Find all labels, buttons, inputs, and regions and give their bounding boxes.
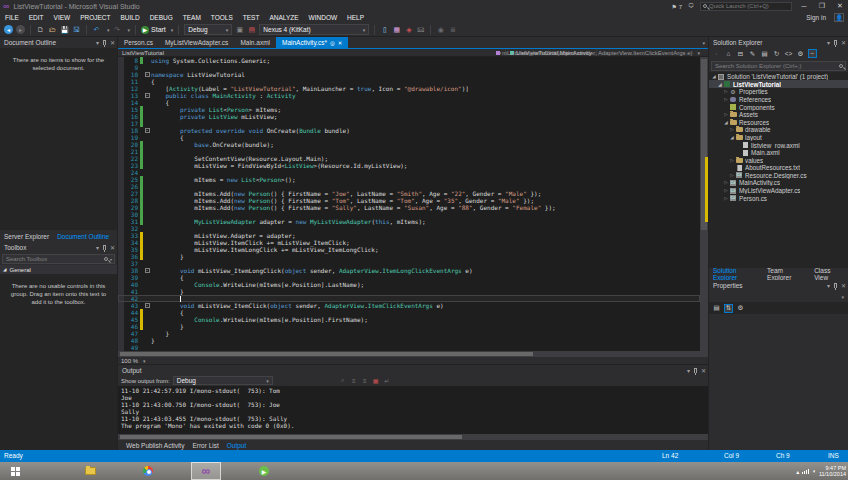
pin-icon[interactable] (834, 283, 837, 288)
save-icon[interactable]: 💾 (60, 25, 69, 34)
bottom-tab-error-list[interactable]: Error List (188, 442, 222, 449)
start-debug-button[interactable]: ▶ Start▾ (141, 26, 173, 34)
code-line-12[interactable]: 12 [Activity(Label = "ListViewTutorial",… (118, 85, 700, 92)
view-code-icon[interactable]: <> (784, 49, 793, 58)
menu-tools[interactable]: TOOLS (206, 14, 238, 21)
code-line-29[interactable]: 29 mItems.Add(new Person() { FirstName =… (118, 204, 700, 211)
undo-icon[interactable]: ↶ (92, 25, 101, 34)
tree-item-layout[interactable]: ◢layout (709, 134, 848, 142)
menu-window[interactable]: WINDOW (304, 14, 343, 21)
editor-zoom-control[interactable]: 100 %▾ (118, 357, 708, 365)
tree-item-components[interactable]: Components (709, 103, 848, 111)
close-icon[interactable]: ✕ (841, 39, 846, 46)
menu-test[interactable]: TEST (238, 14, 265, 21)
navigate-back-icon[interactable]: ◂ (4, 25, 13, 34)
hidden-icons-icon[interactable]: ▴ (796, 468, 799, 475)
tree-item-listview-row-axml[interactable]: listview_row.axml (709, 141, 848, 149)
window-menu-icon[interactable]: ▾ (687, 367, 690, 374)
property-pages-icon[interactable]: ⚙ (736, 304, 745, 313)
code-line-46[interactable]: 46 } (118, 323, 700, 330)
collapse-region-icon[interactable]: − (145, 268, 150, 273)
tab-server-explorer[interactable]: Server Explorer (0, 233, 53, 240)
properties-icon[interactable]: ⚙ (796, 49, 805, 58)
tree-item-main-axml[interactable]: Main.axml (709, 149, 848, 157)
code-line-24[interactable]: 24 (118, 169, 700, 176)
clear-all-icon[interactable]: ▦ (372, 377, 380, 385)
close-icon[interactable]: ✕ (110, 39, 115, 46)
code-line-17[interactable]: 17 (118, 120, 700, 127)
home-icon[interactable]: ⌂ (724, 49, 733, 58)
editor-tab-mainactivity-cs-[interactable]: MainActivity.cs*◎✕ (276, 37, 348, 48)
taskbar-chrome[interactable] (133, 462, 163, 480)
notifications-flag-icon[interactable]: ⚑ 7 (672, 3, 682, 10)
close-icon[interactable]: ✕ (841, 282, 846, 289)
code-line-21[interactable]: 21 (118, 148, 700, 155)
menu-help[interactable]: HELP (342, 14, 369, 21)
save-all-icon[interactable]: 🖫 (72, 25, 81, 34)
pin-icon[interactable] (694, 368, 697, 373)
window-menu-icon[interactable]: ▾ (96, 244, 99, 251)
tree-item-person-cs[interactable]: ▷C#Person.cs (709, 194, 848, 202)
tree-item-resource-designer-cs[interactable]: ▷C#Resource.Designer.cs (709, 172, 848, 180)
code-line-40[interactable]: 40 Console.WriteLine(mItems[e.Position].… (118, 281, 700, 288)
volume-icon[interactable]: ◖ (812, 468, 816, 474)
code-line-31[interactable]: 31 MyListViewAdapter adapter = new MyLis… (118, 218, 700, 225)
tab-solution-explorer[interactable]: Solution Explorer (709, 267, 763, 281)
find-in-files-icon[interactable]: 🖂 (416, 25, 425, 34)
toggle-word-wrap-icon[interactable]: ↵ (383, 377, 391, 385)
restore-button[interactable]: ❐ (816, 2, 828, 10)
code-line-41[interactable]: 41 } (118, 288, 700, 295)
collapse-region-icon[interactable]: − (145, 303, 150, 308)
active-files-chevron-icon[interactable]: ▾ (702, 40, 705, 46)
collapse-region-icon[interactable]: − (145, 93, 150, 98)
editor-tab-mylistviewadapter-cs[interactable]: MyListViewAdapter.cs (159, 37, 234, 48)
code-line-8[interactable]: 8using System.Collections.Generic; (118, 57, 700, 64)
menu-team[interactable]: TEAM (178, 14, 206, 21)
code-line-33[interactable]: 33 mListView.Adapter = adapter; (118, 232, 700, 239)
code-line-9[interactable]: 9 (118, 64, 700, 71)
taskbar-visual-studio[interactable]: ∞ (191, 462, 221, 480)
code-line-47[interactable]: 47 } (118, 330, 700, 337)
properties-object-dropdown[interactable]: ▾ (711, 292, 846, 301)
tree-item-properties[interactable]: ▷⚙Properties (709, 88, 848, 96)
bottom-tab-web-publish-activity[interactable]: Web Publish Activity (122, 442, 188, 449)
immediate-window-icon[interactable]: ≣ (448, 25, 457, 34)
minimize-button[interactable]: ─ (798, 3, 810, 10)
code-line-20[interactable]: 20 base.OnCreate(bundle); (118, 141, 700, 148)
taskbar-emulator[interactable]: ▶ (249, 462, 279, 480)
tree-item-drawable[interactable]: ▷drawable (709, 126, 848, 134)
collapse-region-icon[interactable]: − (145, 72, 150, 77)
scrollbar-thumb[interactable] (120, 352, 533, 356)
code-line-45[interactable]: 45 Console.WriteLine(mItems[e.Position].… (118, 316, 700, 323)
tree-item-references[interactable]: ▷References (709, 96, 848, 104)
editor-horizontal-scrollbar[interactable] (118, 351, 708, 357)
code-line-35[interactable]: 35 mListView.ItemLongClick += mListView_… (118, 246, 700, 253)
output-horizontal-scrollbar[interactable] (118, 434, 708, 440)
code-line-25[interactable]: 25 mItems = new List<Person>(); (118, 176, 700, 183)
window-menu-icon[interactable]: ▾ (96, 39, 99, 46)
redo-icon[interactable]: ↷ (113, 25, 122, 34)
tree-item-aboutresources-txt[interactable]: AboutResources.txt (709, 164, 848, 172)
solution-explorer-search-input[interactable]: Search Solution Explorer (Ctrl+;) (711, 61, 846, 71)
code-line-42[interactable]: 42 (118, 295, 700, 302)
open-file-icon[interactable]: 🗁 (48, 25, 57, 34)
pin-tab-icon[interactable]: ◎ (330, 40, 335, 46)
code-line-26[interactable]: 26 (118, 183, 700, 190)
find-message-icon[interactable]: ⌕ (339, 377, 347, 385)
window-menu-icon[interactable]: ▾ (827, 39, 830, 46)
code-line-43[interactable]: 43− void mListView_ItemClick(object send… (118, 302, 700, 309)
code-line-36[interactable]: 36 } (118, 253, 700, 260)
output-console[interactable]: 11-10 21:42:57.919 I/mono-stdout( 753): … (118, 386, 708, 434)
editor-tab-main-axml[interactable]: Main.axml (234, 37, 276, 48)
close-icon[interactable]: ✕ (110, 244, 115, 251)
tab-document-outline[interactable]: Document Outline (53, 233, 113, 240)
code-line-39[interactable]: 39 { (118, 274, 700, 281)
pin-icon[interactable] (103, 40, 106, 45)
start-button[interactable] (0, 462, 30, 480)
close-tab-icon[interactable]: ✕ (338, 40, 343, 46)
show-all-files-icon[interactable]: ▤ (760, 49, 769, 58)
close-icon[interactable]: ✕ (701, 367, 706, 374)
code-line-10[interactable]: 10−namespace ListViewTutorial (118, 71, 700, 78)
quick-launch-input[interactable]: Quick Launch (Ctrl+Q) (700, 2, 792, 11)
tree-item-solution-listviewtutorial-1-project-[interactable]: ◢Solution 'ListViewTutorial' (1 project) (709, 73, 848, 81)
